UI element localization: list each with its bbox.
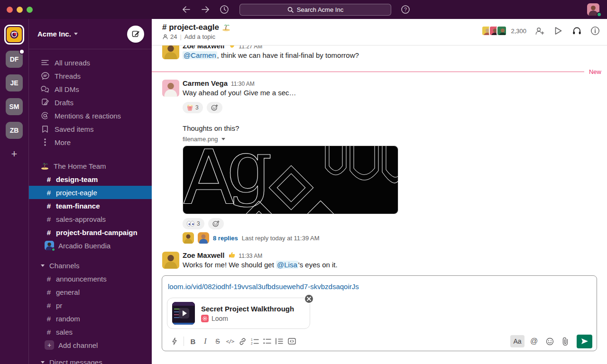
add-channel-label: Add channel: [58, 341, 98, 349]
message-timestamp[interactable]: 11:33 AM: [239, 253, 262, 259]
workspace-switcher-zb[interactable]: ZB: [6, 122, 23, 139]
file-name-row[interactable]: filename.png: [183, 136, 596, 143]
section-label: Direct messages: [49, 358, 102, 364]
history-back-icon[interactable]: [181, 4, 192, 15]
message-zoe-clipped[interactable]: Zoe Maxwell 11:27 AM @Carmen, think we c…: [152, 46, 607, 62]
sidebar-item-drafts[interactable]: Drafts: [29, 96, 152, 109]
section-the-home-team[interactable]: The Home Team: [29, 159, 152, 173]
emoji-picker-button[interactable]: [543, 335, 556, 347]
ordered-list-button[interactable]: 12: [248, 335, 261, 347]
workspace-switcher-df[interactable]: DF: [6, 51, 23, 68]
section-channels[interactable]: Channels: [29, 259, 152, 272]
sidebar-channel-announcements[interactable]: # announcements: [29, 272, 152, 285]
sidebar-channel-random[interactable]: # random: [29, 312, 152, 325]
link-button[interactable]: [236, 335, 248, 347]
sidebar-item-all-unreads[interactable]: All unreads: [29, 56, 152, 69]
workspace-switcher-je[interactable]: JE: [6, 74, 23, 91]
message-zoe[interactable]: Zoe Maxwell 11:33 AM Works for me! We sh…: [152, 250, 607, 272]
avatar-zoe-maxwell[interactable]: [162, 46, 179, 59]
workspace-menu[interactable]: Acme Inc.: [29, 19, 152, 49]
sidebar-channel-project-eagle[interactable]: # project-eagle: [29, 186, 152, 199]
shortcuts-lightning-icon[interactable]: [168, 335, 181, 347]
image-attachment[interactable]: A g: [183, 146, 398, 214]
maximize-window-button[interactable]: [27, 7, 33, 13]
sidebar-channel-project-brand-campaign[interactable]: # project-brand-campaign: [29, 226, 152, 239]
avatar-zoe-maxwell[interactable]: [162, 252, 179, 269]
mention-lisa[interactable]: @Lisa: [276, 261, 298, 269]
history-forward-icon[interactable]: [200, 4, 211, 15]
sidebar-channel-sales[interactable]: # sales: [29, 325, 152, 338]
sidebar-item-saved[interactable]: Saved items: [29, 122, 152, 136]
bulleted-list-button[interactable]: [261, 335, 273, 347]
hash-icon: #: [46, 228, 52, 237]
channel-name: team-finance: [56, 202, 100, 210]
history-clock-icon[interactable]: [219, 4, 230, 15]
add-person-icon[interactable]: [534, 26, 545, 36]
add-reaction-button[interactable]: [207, 102, 222, 113]
mention-carmen[interactable]: @Carmen: [183, 51, 217, 59]
close-window-button[interactable]: [7, 7, 13, 13]
italic-button[interactable]: I: [199, 335, 212, 347]
compose-button[interactable]: [127, 26, 144, 43]
section-direct-messages[interactable]: Direct messages: [29, 355, 152, 364]
reaction-eyes[interactable]: 3: [183, 218, 204, 229]
island-icon: [41, 163, 49, 170]
message-author[interactable]: Carmen Vega: [183, 79, 228, 87]
sidebar-item-mentions[interactable]: Mentions & reactions: [29, 109, 152, 122]
sidebar-item-more[interactable]: More: [29, 136, 152, 149]
code-block-button[interactable]: [285, 335, 298, 347]
inline-code-button[interactable]: </>: [224, 335, 236, 347]
attach-file-icon[interactable]: [559, 335, 571, 347]
sidebar-channel-team-finance[interactable]: # team-finance: [29, 199, 152, 212]
video-thumbnail[interactable]: [172, 302, 195, 325]
sidebar-channel-design-team[interactable]: # design-team: [29, 173, 152, 186]
channel-members-count[interactable]: 24: [162, 33, 177, 40]
sidebar-dm-arcadio-buendia[interactable]: Arcadio Buendia: [29, 239, 152, 252]
huddle-headphones-icon[interactable]: [571, 26, 582, 36]
bold-button[interactable]: B: [187, 335, 199, 347]
sidebar-item-threads[interactable]: Threads: [29, 69, 152, 82]
hash-icon: #: [46, 215, 52, 223]
search-input[interactable]: Search Acme Inc: [239, 4, 391, 16]
message-carmen[interactable]: Carmen Vega 11:30 AM Way ahead of you! G…: [152, 78, 607, 117]
file-name: filename.png: [183, 136, 218, 143]
mention-button[interactable]: @: [528, 335, 540, 347]
thread-replies-link[interactable]: 8 replies: [213, 235, 238, 242]
canvas-play-icon[interactable]: [553, 26, 563, 36]
message-composer[interactable]: loom.io/vid/082iodhf-19vvsal3ufbdsuewehd…: [162, 275, 597, 351]
send-button[interactable]: [577, 335, 592, 348]
add-topic-button[interactable]: Add a topic: [184, 33, 215, 40]
message-author[interactable]: Zoe Maxwell: [183, 251, 224, 259]
add-reaction-icon: [211, 104, 218, 111]
link-preview-title[interactable]: Secret Project Walkthrough: [201, 305, 294, 313]
message-author[interactable]: Zoe Maxwell: [183, 46, 224, 50]
thread-last-reply: Last reply today at 11:39 AM: [242, 235, 320, 242]
add-workspace-button[interactable]: +: [6, 146, 23, 163]
message-carmen-file[interactable]: Thoughts on this? filename.png A g: [152, 121, 607, 250]
sidebar-channel-pr[interactable]: # pr: [29, 299, 152, 312]
channel-info-icon[interactable]: [590, 26, 600, 36]
avatar-carmen-vega[interactable]: [162, 80, 179, 97]
loom-link[interactable]: loom.io/vid/082iodhf-19vvsal3ufbdsuewehd…: [168, 282, 359, 291]
add-reaction-button[interactable]: [208, 218, 224, 229]
sidebar-item-all-dms[interactable]: All DMs: [29, 82, 152, 96]
member-total-count[interactable]: 2,300: [511, 27, 526, 35]
thread-replies-bar[interactable]: 8 replies Last reply today at 11:39 AM: [183, 232, 596, 244]
add-channel-button[interactable]: + Add channel: [29, 338, 152, 352]
show-formatting-button[interactable]: Aa: [510, 335, 524, 347]
sidebar-channel-general[interactable]: # general: [29, 285, 152, 299]
workspace-switcher-sm[interactable]: SM: [6, 98, 23, 115]
workspace-switcher-active[interactable]: [4, 25, 24, 45]
message-timestamp[interactable]: 11:27 AM: [239, 46, 262, 50]
message-timestamp[interactable]: 11:30 AM: [231, 81, 255, 87]
channel-member-avatars[interactable]: [481, 26, 507, 36]
reaction-popcorn[interactable]: 3: [183, 102, 203, 113]
remove-preview-button[interactable]: [304, 294, 314, 304]
blockquote-button[interactable]: [273, 335, 285, 347]
composer-input[interactable]: loom.io/vid/082iodhf-19vvsal3ufbdsuewehd…: [162, 276, 597, 291]
help-icon[interactable]: ?: [400, 4, 411, 15]
strikethrough-button[interactable]: S: [212, 335, 224, 347]
minimize-window-button[interactable]: [17, 7, 23, 13]
sidebar-channel-sales-approvals[interactable]: # sales-approvals: [29, 212, 152, 226]
message-list[interactable]: Zoe Maxwell 11:27 AM @Carmen, think we c…: [152, 46, 607, 275]
